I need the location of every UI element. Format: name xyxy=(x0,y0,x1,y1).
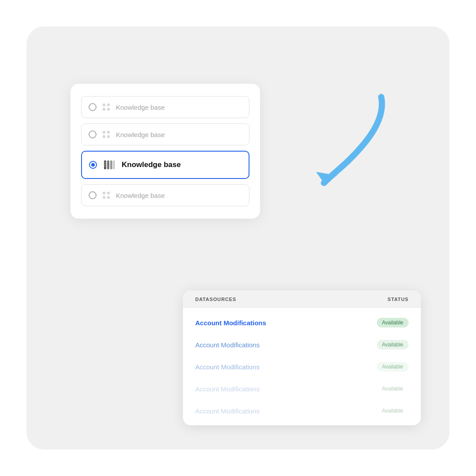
datasource-name: Account Modifications xyxy=(195,341,260,349)
status-badge: Available xyxy=(377,340,409,350)
datasource-name: Account Modifications xyxy=(195,363,260,371)
datasource-name: Account Modifications xyxy=(195,385,260,393)
svg-rect-3 xyxy=(107,108,110,111)
status-column-header: STATUS xyxy=(387,297,409,302)
svg-rect-15 xyxy=(103,192,105,194)
outer-container: Knowledge base Knowledge base xyxy=(26,26,450,450)
svg-rect-0 xyxy=(103,104,105,106)
svg-rect-12 xyxy=(104,162,106,163)
item-label: Knowledge base xyxy=(116,104,165,111)
item-label-selected: Knowledge base xyxy=(122,160,181,169)
radio-button[interactable] xyxy=(89,130,97,138)
svg-rect-6 xyxy=(103,135,105,138)
item-label: Knowledge base xyxy=(116,131,165,138)
table-row[interactable]: Account Modifications Available xyxy=(183,400,421,422)
svg-rect-7 xyxy=(107,135,110,138)
arrow-decoration xyxy=(280,84,403,207)
list-item[interactable]: Knowledge base xyxy=(81,96,249,118)
svg-rect-14 xyxy=(104,166,106,167)
svg-rect-2 xyxy=(103,108,105,111)
svg-rect-17 xyxy=(103,196,105,199)
svg-rect-9 xyxy=(107,160,109,169)
status-badge: Available xyxy=(377,406,409,416)
svg-rect-8 xyxy=(104,160,106,169)
svg-rect-18 xyxy=(107,196,110,199)
item-label: Knowledge base xyxy=(116,192,165,199)
knowledge-base-icon xyxy=(102,103,111,112)
table-card: DATASOURCES STATUS Account Modifications… xyxy=(183,290,421,425)
datasources-column-header: DATASOURCES xyxy=(195,297,236,302)
knowledge-base-icon-selected xyxy=(102,158,116,172)
svg-rect-5 xyxy=(107,131,110,134)
status-badge: Available xyxy=(377,362,409,372)
table-row[interactable]: Account Modifications Available xyxy=(183,378,421,400)
table-row[interactable]: Account Modifications Available xyxy=(183,356,421,378)
radio-button[interactable] xyxy=(89,103,97,111)
list-item[interactable]: Knowledge base xyxy=(81,123,249,145)
knowledge-base-icon xyxy=(102,191,111,200)
table-row[interactable]: Account Modifications Available xyxy=(183,334,421,356)
knowledge-base-icon xyxy=(102,130,111,139)
table-header: DATASOURCES STATUS xyxy=(183,290,421,308)
radio-button-checked[interactable] xyxy=(89,161,97,169)
list-item[interactable]: Knowledge base xyxy=(81,184,249,206)
list-item-selected[interactable]: Knowledge base xyxy=(81,151,249,179)
selection-card: Knowledge base Knowledge base xyxy=(71,84,260,219)
table-row[interactable]: Account Modifications Available xyxy=(183,312,421,334)
datasource-name: Account Modifications xyxy=(195,319,266,327)
radio-inner-dot xyxy=(91,163,95,167)
svg-rect-10 xyxy=(110,160,112,169)
svg-rect-13 xyxy=(104,164,106,165)
status-badge: Available xyxy=(377,318,409,327)
datasource-name: Account Modifications xyxy=(195,407,260,415)
svg-rect-1 xyxy=(107,104,110,106)
svg-rect-11 xyxy=(113,160,115,169)
status-badge: Available xyxy=(377,384,409,394)
table-body: Account Modifications Available Account … xyxy=(183,308,421,425)
svg-rect-4 xyxy=(103,131,105,134)
radio-button[interactable] xyxy=(89,191,97,199)
svg-rect-16 xyxy=(107,192,110,194)
